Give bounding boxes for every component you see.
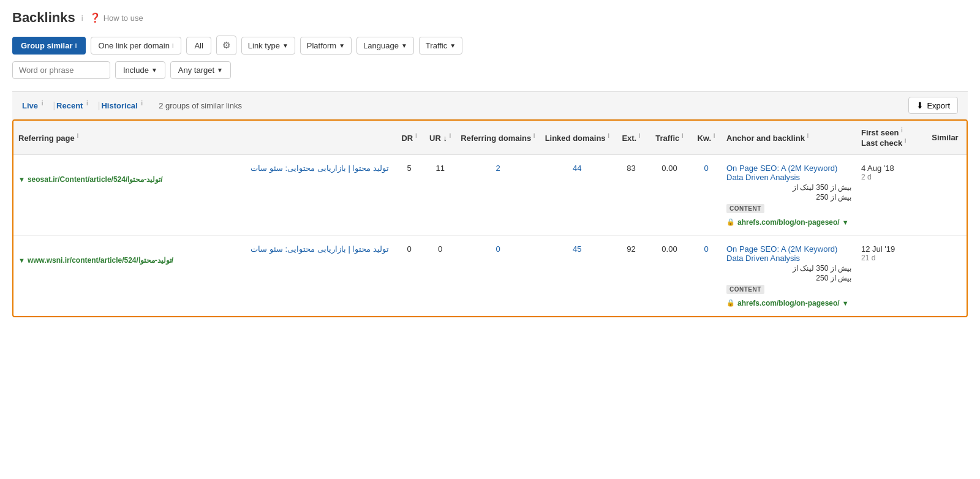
recent-info-icon: i [86,100,88,107]
cell-ld-1[interactable]: 44 [540,154,614,235]
cell-rd-1[interactable]: 2 [456,154,540,235]
backlinks-table: Referring page i DR i UR ↓ i Referring d… [13,121,967,316]
anchor-link-row-2: 🔒 ahrefs.com/blog/on-pageseo/ ▼ [726,299,851,307]
cell-ur-2: 0 [424,235,456,316]
link-type-dropdown[interactable]: Link type ▼ [241,37,295,55]
col-header-dr[interactable]: DR i [394,121,424,154]
col-header-referring-page: Referring page i [13,121,394,154]
platform-dropdown[interactable]: Platform ▼ [300,37,352,55]
traffic-dropdown[interactable]: Traffic ▼ [419,37,462,55]
search-input[interactable] [12,61,110,79]
all-button[interactable]: All [186,37,211,55]
cell-ext-2: 92 [614,235,648,316]
export-button[interactable]: ⬇ Export [908,97,958,114]
referring-page-title-1[interactable]: تولید محتوا | بازاریابی محتوایی: سئو سات [18,164,389,173]
language-arrow-icon: ▼ [401,42,407,49]
one-link-info-icon: i [172,42,173,49]
table-row: تولید محتوا | بازاریابی محتوایی: سئو سات… [13,235,967,316]
historical-info-icon: i [141,100,143,107]
date-first-seen-1: 4 Aug '18 [861,164,919,173]
table-header-row: Referring page i DR i UR ↓ i Referring d… [13,121,967,154]
any-target-arrow-icon: ▼ [217,67,223,74]
cell-dates-2: 12 Jul '19 21 d [856,235,924,316]
date-first-seen-2: 12 Jul '19 [861,244,919,254]
col-header-referring-domains: Referring domains i [456,121,540,154]
col-header-anchor: Anchor and backlink i [722,121,856,154]
lock-icon-2: 🔒 [726,299,735,307]
tab-historical[interactable]: Historical i [101,97,149,113]
language-dropdown[interactable]: Language ▼ [356,37,414,55]
gear-icon: ⚙ [222,40,230,50]
group-similar-info-icon: i [75,42,77,49]
cell-anchor-1: On Page SEO: A (2M Keyword) Data Driven … [722,154,856,235]
anchor-url-link-2[interactable]: ahrefs.com/blog/on-pageseo/ [737,299,840,307]
col-header-dates: First seen i Last check i [856,121,924,154]
cell-referring-page-1: تولید محتوا | بازاریابی محتوایی: سئو سات… [13,154,394,235]
table-row: تولید محتوا | بازاریابی محتوایی: سئو سات… [13,154,967,235]
title-info-icon[interactable]: i [81,13,83,23]
referring-page-url-link-2[interactable]: www.wsni.ir/content/article/524/تولید-مح… [28,256,173,265]
anchor-url-link-1[interactable]: ahrefs.com/blog/on-pageseo/ [737,218,840,227]
content-badge-2: CONTENT [726,285,764,294]
tab-recent[interactable]: Recent i [56,97,94,113]
tab-live[interactable]: Live i [22,97,49,113]
rd-link-2[interactable]: 0 [496,244,500,254]
group-similar-button[interactable]: Group similar i [12,37,86,55]
ld-link-2[interactable]: 45 [573,244,581,254]
col-header-ur[interactable]: UR ↓ i [424,121,456,154]
referring-page-url-2: ▼ www.wsni.ir/content/article/524/تولید-… [18,256,389,265]
anchor-arabic2-2: بیش از 250 [726,274,851,282]
col-header-kw: Kw. i [691,121,722,154]
page-container: Backlinks i ❓ How to use Group similar i… [0,0,980,327]
anchor-url-arrow-1: ▼ [842,219,849,226]
rd-link-1[interactable]: 2 [496,164,500,173]
any-target-dropdown[interactable]: Any target ▼ [170,61,231,79]
cell-kw-2[interactable]: 0 [691,235,722,316]
tab-divider-1: | [53,100,55,110]
export-icon: ⬇ [916,100,924,110]
tabs-row: Live i | Recent i | Historical i 2 group… [12,91,968,119]
cell-rd-2[interactable]: 0 [456,235,540,316]
table-container: Referring page i DR i UR ↓ i Referring d… [12,119,968,317]
anchor-url-arrow-2: ▼ [842,300,849,307]
page-title: Backlinks [12,10,75,26]
filter-row: Include ▼ Any target ▼ [12,61,968,79]
kw-link-2[interactable]: 0 [704,244,708,254]
cell-referring-page-2: تولید محتوا | بازاریابی محتوایی: سئو سات… [13,235,394,316]
referring-page-url-1: ▼ seosat.ir/Content/article/524/تولید-مح… [18,175,389,184]
cell-ext-1: 83 [614,154,648,235]
cell-dr-2: 0 [394,235,424,316]
cell-ld-2[interactable]: 45 [540,235,614,316]
cell-dr-1: 5 [394,154,424,235]
how-to-use-link[interactable]: ❓ How to use [89,12,143,23]
groups-info-label: 2 groups of similar links [159,101,242,110]
traffic-arrow-icon: ▼ [450,42,456,49]
col-header-traffic: Traffic i [648,121,691,154]
cell-kw-1[interactable]: 0 [691,154,722,235]
anchor-title-link-2[interactable]: On Page SEO: A (2M Keyword) Data Driven … [726,244,837,263]
col-header-linked-domains: Linked domains i [540,121,614,154]
platform-arrow-icon: ▼ [339,42,345,49]
url-arrow-icon-2: ▼ [18,257,25,264]
anchor-title-link-1[interactable]: On Page SEO: A (2M Keyword) Data Driven … [726,164,837,182]
anchor-link-row-1: 🔒 ahrefs.com/blog/on-pageseo/ ▼ [726,218,851,227]
ld-link-1[interactable]: 44 [573,164,581,173]
anchor-arabic1-2: بیش از 350 لینک از [726,264,851,273]
cell-traffic-2: 0.00 [648,235,691,316]
referring-page-title-2[interactable]: تولید محتوا | بازاریابی محتوایی: سئو سات [18,244,389,254]
settings-button[interactable]: ⚙ [216,36,236,55]
cell-dates-1: 4 Aug '18 2 d [856,154,924,235]
referring-page-url-link-1[interactable]: seosat.ir/Content/article/524/تولید-محتو… [28,175,163,184]
cell-traffic-1: 0.00 [648,154,691,235]
cell-similar-1 [924,154,967,235]
date-last-check-2: 21 d [861,254,919,262]
question-icon: ❓ [89,12,101,23]
one-link-per-domain-button[interactable]: One link per domain i [91,37,182,55]
anchor-arabic1-1: بیش از 350 لینک از [726,183,851,192]
col-header-ext: Ext. i [614,121,648,154]
include-dropdown[interactable]: Include ▼ [115,61,165,79]
cell-ur-1: 11 [424,154,456,235]
cell-anchor-2: On Page SEO: A (2M Keyword) Data Driven … [722,235,856,316]
kw-link-1[interactable]: 0 [704,164,708,173]
page-header: Backlinks i ❓ How to use [12,10,968,26]
